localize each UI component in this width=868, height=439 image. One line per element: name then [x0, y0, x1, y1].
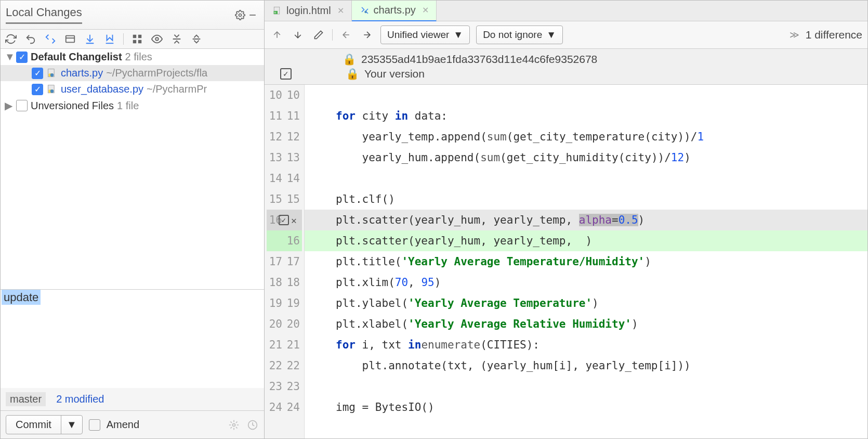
- local-changes-panel: Local Changes ▼ ✓: [1, 1, 265, 438]
- diff-editor[interactable]: 1010111112121313141415151616171718181919…: [265, 85, 867, 438]
- svg-rect-8: [138, 40, 141, 43]
- file-path: ~/PycharmProjects/fla: [106, 67, 207, 79]
- svg-point-9: [155, 37, 159, 41]
- panel-title: Local Changes: [6, 4, 234, 26]
- python-file-icon: [46, 68, 58, 79]
- forward-icon[interactable]: [360, 28, 374, 42]
- chevron-down-icon[interactable]: ▼: [5, 51, 13, 63]
- unversioned-count: 1 file: [117, 100, 139, 112]
- code-line[interactable]: plt.scatter(yearly_hum, yearly_temp, alp…: [305, 210, 867, 230]
- svg-point-0: [239, 14, 242, 16]
- code-line[interactable]: [305, 85, 867, 106]
- discard-change-icon[interactable]: ✕: [291, 215, 297, 226]
- python-diff-icon: [359, 5, 371, 16]
- svg-text:H: H: [274, 11, 276, 14]
- unversioned-label: Unversioned Files: [31, 100, 114, 112]
- branch-label[interactable]: master: [6, 392, 46, 406]
- svg-point-15: [50, 89, 54, 93]
- back-icon[interactable]: [339, 28, 353, 42]
- commit-message-input[interactable]: update: [1, 289, 264, 388]
- rollback-icon[interactable]: [24, 33, 37, 45]
- svg-rect-2: [66, 36, 75, 43]
- svg-point-21: [364, 10, 367, 13]
- code-line[interactable]: yearly_temp.append(sum(get_city_temperat…: [305, 126, 867, 147]
- collapse-all-icon[interactable]: [190, 33, 203, 45]
- svg-rect-6: [138, 35, 141, 38]
- edit-icon[interactable]: [311, 28, 326, 42]
- svg-point-12: [50, 73, 54, 77]
- unversioned-checkbox[interactable]: [16, 100, 28, 111]
- diff-header: 🔒 235355ad41b9ae1fda33763d11e44c6fe93526…: [265, 49, 867, 85]
- unversioned-node[interactable]: ▶ Unversioned Files 1 file: [1, 97, 264, 114]
- code-line[interactable]: plt.xlim(70, 95): [305, 272, 867, 293]
- svg-point-16: [233, 423, 235, 426]
- changelist-checkbox[interactable]: ✓: [16, 51, 28, 63]
- file-row-userdb[interactable]: ✓ user_database.py ~/PycharmPr: [1, 81, 264, 97]
- include-all-checkbox[interactable]: ✓: [280, 68, 292, 80]
- chevron-right-icon[interactable]: ▶: [5, 99, 13, 112]
- code-line[interactable]: [305, 168, 867, 189]
- code-line[interactable]: for city in data:: [305, 106, 867, 126]
- diff-count: 1 difference: [806, 29, 862, 41]
- gear-icon[interactable]: [234, 9, 246, 21]
- line-gutter: 1010111112121313141415151616171718181919…: [265, 85, 305, 438]
- changelist-count: 2 files: [125, 51, 152, 63]
- shelve-icon[interactable]: [84, 33, 96, 45]
- code-line[interactable]: plt.title('Yearly Average Temperature/Hu…: [305, 251, 867, 272]
- tab-charts-py[interactable]: charts.py ✕: [352, 1, 437, 22]
- diff-toolbar: Unified viewer▼ Do not ignore▼ ≫ 1 diffe…: [265, 21, 867, 49]
- vcs-status-bar: master 2 modified: [1, 388, 264, 410]
- code-line[interactable]: for i, txt in enumerate(CITIES):: [305, 334, 867, 355]
- html-file-icon: H: [272, 5, 283, 17]
- python-file-icon: [46, 84, 58, 95]
- history-icon[interactable]: [246, 419, 259, 431]
- close-icon[interactable]: ✕: [337, 6, 344, 16]
- amend-checkbox[interactable]: [89, 419, 100, 431]
- unshelve-icon[interactable]: [103, 33, 116, 45]
- code-line[interactable]: plt.clf(): [305, 189, 867, 210]
- code-line[interactable]: plt.ylabel('Yearly Average Temperature'): [305, 293, 867, 314]
- revision-hash: 235355ad41b9ae1fda33763d11e44c6fe9352678: [361, 53, 597, 66]
- editor-tabs: H login.html ✕ charts.py ✕: [265, 1, 867, 21]
- modified-count[interactable]: 2 modified: [56, 393, 104, 405]
- expand-all-icon[interactable]: [170, 33, 183, 45]
- file-path: ~/PycharmPr: [147, 83, 207, 95]
- file-name: user_database.py: [61, 83, 143, 95]
- prev-diff-icon[interactable]: [270, 28, 284, 42]
- file-row-charts[interactable]: ✓ charts.py ~/PycharmProjects/fla: [1, 65, 264, 81]
- close-icon[interactable]: ✕: [422, 5, 429, 15]
- next-diff-icon[interactable]: [291, 28, 305, 42]
- group-icon[interactable]: [131, 33, 143, 45]
- code-line[interactable]: plt.annotate(txt, (yearly_hum[i], yearly…: [305, 355, 867, 376]
- svg-rect-5: [133, 35, 136, 38]
- changelist-icon[interactable]: [64, 33, 76, 45]
- code-line[interactable]: plt.scatter(yearly_hum, yearly_temp, ): [305, 230, 867, 251]
- code-area[interactable]: for city in data: yearly_temp.append(sum…: [305, 85, 867, 438]
- tab-login-html[interactable]: H login.html ✕: [265, 1, 352, 21]
- file-checkbox[interactable]: ✓: [32, 68, 43, 79]
- changelist-node[interactable]: ▼ ✓ Default Changelist 2 files: [1, 49, 264, 65]
- svg-rect-7: [133, 40, 136, 43]
- preview-icon[interactable]: [151, 33, 163, 45]
- lock-icon: 🔒: [343, 53, 356, 66]
- file-checkbox[interactable]: ✓: [32, 84, 43, 95]
- include-change-checkbox[interactable]: ✓: [279, 215, 289, 225]
- your-version-label: Your version: [364, 68, 425, 80]
- commit-button[interactable]: Commit ▼: [6, 415, 83, 434]
- gear-icon[interactable]: [228, 419, 240, 431]
- minimize-icon[interactable]: [246, 9, 259, 21]
- code-line[interactable]: plt.xlabel('Yearly Average Relative Humi…: [305, 314, 867, 334]
- code-line[interactable]: yearly_hum.append(sum(get_city_humidity(…: [305, 147, 867, 168]
- changes-toolbar: [1, 30, 264, 49]
- diff-icon[interactable]: [44, 33, 57, 45]
- code-line[interactable]: [305, 376, 867, 397]
- file-name: charts.py: [61, 67, 103, 79]
- more-icon[interactable]: ≫: [790, 29, 799, 41]
- code-line[interactable]: img = BytesIO(): [305, 397, 867, 418]
- ignore-mode-select[interactable]: Do not ignore▼: [476, 25, 563, 44]
- commit-dropdown-icon[interactable]: ▼: [61, 416, 82, 434]
- refresh-icon[interactable]: [5, 33, 17, 45]
- diff-viewer-panel: H login.html ✕ charts.py ✕ Unified viewe…: [265, 1, 867, 438]
- amend-label: Amend: [107, 419, 139, 431]
- viewer-mode-select[interactable]: Unified viewer▼: [380, 25, 470, 44]
